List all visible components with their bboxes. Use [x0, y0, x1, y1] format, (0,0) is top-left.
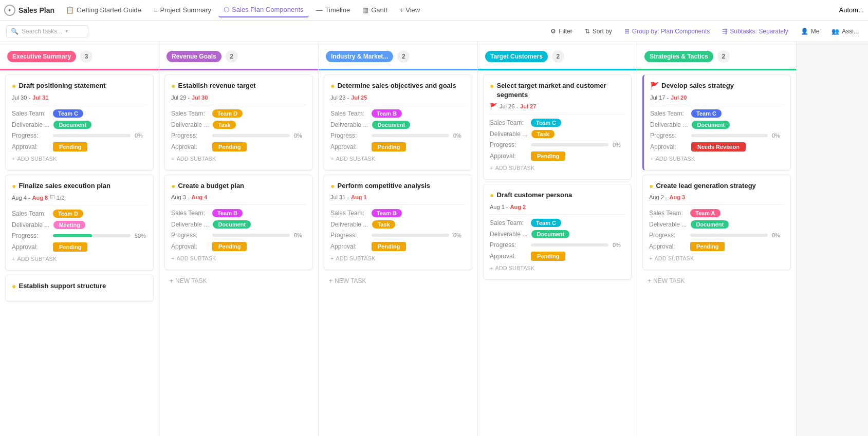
- divider: [330, 105, 466, 105]
- tab-sales-plan-components[interactable]: ⬡ Sales Plan Components: [218, 3, 308, 17]
- tab-timeline[interactable]: — Timeline: [311, 3, 356, 17]
- sort-button[interactable]: ⇅ Sort by: [582, 26, 615, 36]
- cards-strategies-tactics: 🚩 Develop sales strategy Jul 17 - Jul 20…: [637, 70, 796, 436]
- add-subtask-determine-sales[interactable]: + ADD SUBTASK: [330, 154, 466, 164]
- progress-pct: 0%: [772, 132, 784, 139]
- sales-team-label: Sales Team:: [490, 119, 527, 126]
- add-subtask-create-budget[interactable]: + ADD SUBTASK: [171, 253, 306, 263]
- filter-button[interactable]: ⚙ Filter: [547, 26, 576, 36]
- deliverable-label: Deliverable ...: [171, 221, 209, 228]
- progress-label: Progress:: [171, 232, 208, 239]
- card-establish-support[interactable]: ● Establish support structure: [5, 275, 154, 301]
- team-tag-draft-positioning[interactable]: Team C: [53, 109, 83, 118]
- deliverable-tag-draft-positioning[interactable]: Document: [53, 121, 91, 129]
- deliverable-tag-draft-customer-persona[interactable]: Document: [531, 230, 569, 238]
- card-establish-revenue[interactable]: ● Establish revenue target Jul 29 - Jul …: [164, 74, 313, 170]
- tab-view[interactable]: + View: [395, 3, 425, 17]
- approval-tag-draft-customer-persona[interactable]: Pending: [531, 252, 565, 261]
- assign-button[interactable]: 👥 Assi...: [828, 26, 862, 36]
- app-title: Sales Plan: [19, 6, 54, 14]
- progress-label: Progress:: [12, 132, 49, 139]
- approval-tag-draft-positioning[interactable]: Pending: [53, 142, 87, 151]
- approval-tag-create-lead-generation[interactable]: Pending: [690, 242, 725, 251]
- card-draft-positioning[interactable]: ● Draft positioning statement Jul 30 - J…: [5, 74, 154, 170]
- column-count-executive-summary: 3: [80, 50, 93, 63]
- group-button[interactable]: ⊞ Group by: Plan Components: [621, 26, 713, 36]
- card-finalize-sales[interactable]: ● Finalize sales execution plan Aug 4 - …: [5, 175, 154, 271]
- add-subtask-create-lead-generation[interactable]: + ADD SUBTASK: [649, 253, 784, 263]
- add-subtask-perform-competitive[interactable]: + ADD SUBTASK: [330, 253, 466, 263]
- subtasks-button[interactable]: ⇶ Subtasks: Separately: [719, 26, 791, 36]
- approval-tag-select-target-market[interactable]: Pending: [531, 151, 565, 161]
- team-tag-create-budget[interactable]: Team B: [212, 209, 243, 217]
- tab-project-summary[interactable]: ≡ Project Summary: [149, 3, 216, 17]
- column-count-industry-market: 2: [397, 50, 410, 63]
- approval-tag-perform-competitive[interactable]: Pending: [372, 242, 406, 251]
- new-task-strategies-tactics[interactable]: +NEW TASK: [642, 274, 791, 288]
- approval-tag-establish-revenue[interactable]: Pending: [212, 142, 247, 151]
- progress-bar-wrap: [690, 234, 768, 237]
- progress-row-determine-sales: Progress: 0%: [330, 132, 466, 139]
- tab-gantt[interactable]: ▦ Gantt: [357, 3, 393, 17]
- card-title-select-target-market: ● Select target market and customer segm…: [490, 81, 625, 100]
- card-select-target-market[interactable]: ● Select target market and customer segm…: [483, 74, 632, 180]
- tab-getting-started-label: Getting Started Guide: [77, 6, 141, 14]
- divider: [650, 105, 784, 105]
- tab-getting-started[interactable]: 📋 Getting Started Guide: [61, 3, 146, 17]
- deliverable-tag-select-target-market[interactable]: Task: [531, 130, 554, 138]
- plus-icon: +: [329, 277, 333, 285]
- card-title-finalize-sales: ● Finalize sales execution plan: [12, 181, 147, 192]
- card-develop-sales-strategy[interactable]: 🚩 Develop sales strategy Jul 17 - Jul 20…: [642, 74, 791, 170]
- group-label: Group by: Plan Components: [632, 28, 710, 35]
- add-subtask-finalize-sales[interactable]: + ADD SUBTASK: [12, 254, 147, 264]
- add-subtask-establish-revenue[interactable]: + ADD SUBTASK: [171, 154, 306, 164]
- new-task-revenue-goals[interactable]: +NEW TASK: [164, 274, 313, 288]
- add-subtask-select-target-market[interactable]: + ADD SUBTASK: [490, 163, 625, 173]
- approval-row-develop-sales-strategy: Approval: Needs Revision: [650, 142, 784, 151]
- card-create-budget[interactable]: ● Create a budget plan Aug 3 - Aug 4 Sal…: [164, 175, 313, 271]
- approval-tag-develop-sales-strategy[interactable]: Needs Revision: [691, 142, 746, 151]
- top-nav: ✦ Sales Plan 📋 Getting Started Guide ≡ P…: [0, 0, 868, 21]
- new-task-industry-market[interactable]: +NEW TASK: [324, 274, 472, 288]
- team-tag-determine-sales[interactable]: Team B: [372, 109, 402, 118]
- deliverable-tag-create-budget[interactable]: Document: [213, 220, 251, 229]
- card-create-lead-generation[interactable]: ● Create lead generation strategy Aug 2 …: [642, 175, 791, 271]
- search-box[interactable]: 🔍 Search tasks... ▾: [6, 25, 88, 37]
- deliverable-tag-establish-revenue[interactable]: Task: [213, 121, 235, 129]
- deliverable-tag-develop-sales-strategy[interactable]: Document: [692, 121, 730, 129]
- deliverable-row-develop-sales-strategy: Deliverable ... Document: [650, 121, 784, 129]
- deliverable-tag-determine-sales[interactable]: Document: [372, 121, 410, 129]
- group-icon: ⊞: [624, 28, 630, 35]
- add-subtask-draft-customer-persona[interactable]: + ADD SUBTASK: [490, 263, 625, 273]
- deliverable-tag-finalize-sales[interactable]: Meeting: [53, 221, 85, 229]
- card-dates-finalize-sales: Aug 4 - Aug 8 ☑ 1/2: [12, 194, 147, 201]
- deliverable-tag-create-lead-generation[interactable]: Document: [691, 220, 729, 229]
- me-button[interactable]: 👤 Me: [798, 26, 823, 36]
- progress-bar-wrap: [53, 234, 131, 237]
- card-icon-finalize-sales: ●: [12, 181, 16, 192]
- card-perform-competitive[interactable]: ● Perform competitive analysis Jul 31 - …: [324, 175, 472, 271]
- team-tag-create-lead-generation[interactable]: Team A: [690, 209, 721, 217]
- team-tag-draft-customer-persona[interactable]: Team C: [531, 219, 561, 227]
- team-tag-finalize-sales[interactable]: Team D: [53, 210, 83, 218]
- approval-tag-finalize-sales[interactable]: Pending: [53, 242, 87, 252]
- tab-timeline-label: Timeline: [325, 6, 350, 14]
- card-draft-customer-persona[interactable]: ● Draft customer persona Aug 1 - Aug 2 S…: [483, 184, 632, 280]
- card-icon-perform-competitive: ●: [330, 181, 335, 192]
- progress-pct: 0%: [294, 132, 306, 139]
- add-subtask-draft-positioning[interactable]: + ADD SUBTASK: [12, 154, 147, 164]
- column-header-revenue-goals: Revenue Goals 2: [159, 42, 318, 70]
- approval-tag-determine-sales[interactable]: Pending: [372, 142, 406, 151]
- card-determine-sales[interactable]: ● Determine sales objectives and goals J…: [324, 74, 472, 170]
- approval-tag-create-budget[interactable]: Pending: [212, 242, 247, 251]
- progress-row-finalize-sales: Progress: 50%: [12, 232, 147, 239]
- add-subtask-develop-sales-strategy[interactable]: + ADD SUBTASK: [650, 154, 784, 164]
- deliverable-tag-perform-competitive[interactable]: Task: [372, 220, 395, 229]
- team-tag-establish-revenue[interactable]: Team D: [212, 109, 243, 118]
- team-tag-develop-sales-strategy[interactable]: Team C: [691, 109, 722, 118]
- progress-label: Progress:: [330, 132, 367, 139]
- progress-pct: 50%: [135, 233, 147, 239]
- plus-icon: +: [170, 277, 173, 285]
- team-tag-select-target-market[interactable]: Team C: [531, 119, 561, 127]
- team-tag-perform-competitive[interactable]: Team B: [372, 209, 402, 217]
